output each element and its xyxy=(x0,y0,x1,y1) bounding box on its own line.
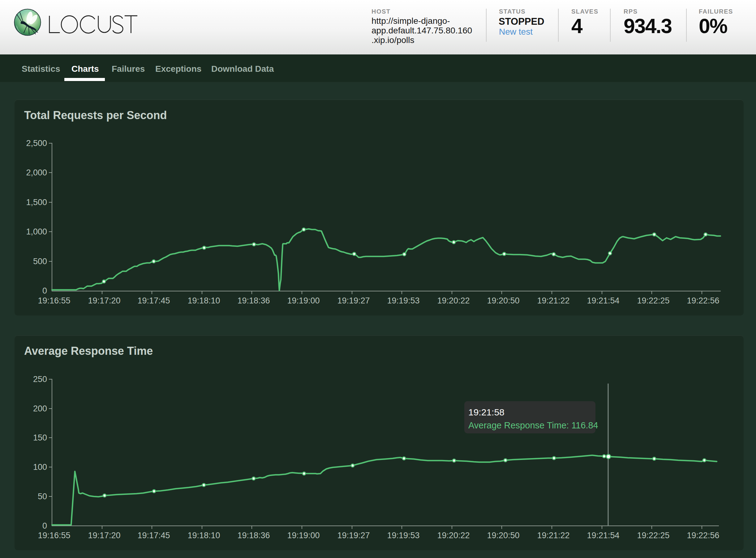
svg-text:500: 500 xyxy=(33,257,47,266)
svg-text:19:21:54: 19:21:54 xyxy=(587,296,619,305)
svg-text:19:18:10: 19:18:10 xyxy=(187,531,220,540)
svg-text:19:21:58: 19:21:58 xyxy=(468,407,505,417)
svg-text:19:17:20: 19:17:20 xyxy=(88,296,120,305)
svg-text:2,500: 2,500 xyxy=(26,138,47,148)
svg-text:19:20:50: 19:20:50 xyxy=(487,296,519,305)
svg-text:200: 200 xyxy=(33,404,47,413)
svg-text:150: 150 xyxy=(33,433,47,442)
svg-text:19:21:22: 19:21:22 xyxy=(537,296,570,305)
svg-text:19:22:56: 19:22:56 xyxy=(687,296,719,305)
svg-text:19:17:20: 19:17:20 xyxy=(88,531,120,540)
svg-text:19:20:50: 19:20:50 xyxy=(487,531,519,540)
svg-text:19:20:22: 19:20:22 xyxy=(437,296,470,305)
svg-text:100: 100 xyxy=(33,462,47,472)
svg-text:19:18:10: 19:18:10 xyxy=(187,296,220,305)
svg-text:19:19:00: 19:19:00 xyxy=(287,296,320,305)
svg-text:250: 250 xyxy=(33,375,47,384)
svg-text:19:19:53: 19:19:53 xyxy=(387,296,420,305)
svg-text:19:22:25: 19:22:25 xyxy=(637,296,670,305)
svg-text:19:16:55: 19:16:55 xyxy=(38,531,70,540)
svg-text:19:19:00: 19:19:00 xyxy=(287,531,320,540)
svg-text:19:20:22: 19:20:22 xyxy=(437,531,470,540)
svg-text:19:21:54: 19:21:54 xyxy=(587,531,619,540)
svg-text:19:19:27: 19:19:27 xyxy=(337,296,370,305)
svg-text:19:19:27: 19:19:27 xyxy=(337,531,370,540)
svg-text:19:17:45: 19:17:45 xyxy=(137,531,170,540)
svg-text:1,000: 1,000 xyxy=(26,227,47,236)
svg-text:19:22:56: 19:22:56 xyxy=(687,531,719,540)
svg-text:19:18:36: 19:18:36 xyxy=(237,296,270,305)
svg-text:Average Response Time: Average Response Time xyxy=(24,345,153,357)
svg-text:Total Requests per Second: Total Requests per Second xyxy=(24,109,167,122)
svg-text:19:18:36: 19:18:36 xyxy=(237,531,270,540)
svg-text:19:17:45: 19:17:45 xyxy=(137,296,170,305)
svg-text:19:22:25: 19:22:25 xyxy=(637,531,670,540)
svg-text:19:19:53: 19:19:53 xyxy=(387,531,420,540)
svg-text:Average Response Time: 116.84: Average Response Time: 116.84 xyxy=(468,420,598,430)
svg-text:19:21:22: 19:21:22 xyxy=(537,531,570,540)
svg-text:2,000: 2,000 xyxy=(26,168,47,177)
svg-text:0: 0 xyxy=(42,521,47,530)
svg-text:19:16:55: 19:16:55 xyxy=(38,296,70,305)
svg-text:1,500: 1,500 xyxy=(26,198,47,207)
svg-text:0: 0 xyxy=(42,286,47,296)
svg-text:50: 50 xyxy=(38,492,47,501)
